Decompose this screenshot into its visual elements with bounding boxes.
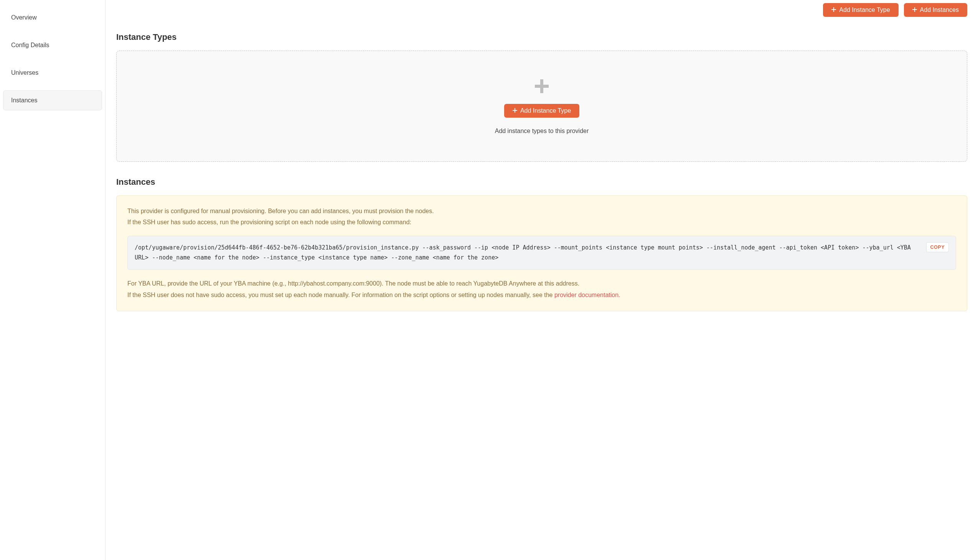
- alert-line-2: If the SSH user has sudo access, run the…: [127, 217, 956, 227]
- provision-command-box: /opt/yugaware/provision/25d644fb-486f-46…: [127, 236, 956, 270]
- provision-command-text: /opt/yugaware/provision/25d644fb-486f-46…: [135, 244, 911, 261]
- provider-documentation-link[interactable]: provider documentation.: [554, 292, 620, 298]
- button-label: Add Instance Type: [520, 107, 571, 114]
- plus-icon: [831, 7, 836, 13]
- copy-command-button[interactable]: COPY: [926, 242, 949, 252]
- empty-state-hint: Add instance types to this provider: [495, 128, 589, 135]
- sidebar-item-overview[interactable]: Overview: [3, 8, 102, 28]
- add-instance-type-button-center[interactable]: Add Instance Type: [504, 104, 579, 118]
- main-content: Add Instance Type Add Instances Instance…: [105, 0, 978, 560]
- plus-icon: [513, 108, 517, 114]
- provisioning-alert: This provider is configured for manual p…: [116, 195, 967, 311]
- button-label: Add Instance Type: [839, 7, 890, 13]
- sidebar-item-universes[interactable]: Universes: [3, 63, 102, 83]
- sidebar-item-instances[interactable]: Instances: [3, 90, 102, 110]
- alert-line-3: For YBA URL, provide the URL of your YBA…: [127, 278, 956, 288]
- top-action-bar: Add Instance Type Add Instances: [116, 3, 967, 17]
- nav-label: Universes: [11, 69, 38, 76]
- instance-types-empty-state: Add Instance Type Add instance types to …: [116, 51, 967, 162]
- sidebar: Overview Config Details Universes Instan…: [0, 0, 105, 560]
- alert-line-4-prefix: If the SSH user does not have sudo acces…: [127, 292, 554, 298]
- nav-label: Overview: [11, 14, 37, 21]
- add-instances-button[interactable]: Add Instances: [904, 3, 967, 17]
- nav-label: Config Details: [11, 42, 50, 48]
- sidebar-item-config-details[interactable]: Config Details: [3, 35, 102, 55]
- alert-line-1: This provider is configured for manual p…: [127, 206, 956, 216]
- alert-line-4: If the SSH user does not have sudo acces…: [127, 290, 956, 300]
- plus-large-icon: [535, 78, 549, 96]
- button-label: Add Instances: [920, 7, 959, 13]
- instances-heading: Instances: [116, 177, 967, 187]
- instance-types-heading: Instance Types: [116, 32, 967, 42]
- add-instance-type-button-top[interactable]: Add Instance Type: [823, 3, 898, 17]
- nav-label: Instances: [11, 97, 37, 103]
- plus-icon: [913, 7, 917, 13]
